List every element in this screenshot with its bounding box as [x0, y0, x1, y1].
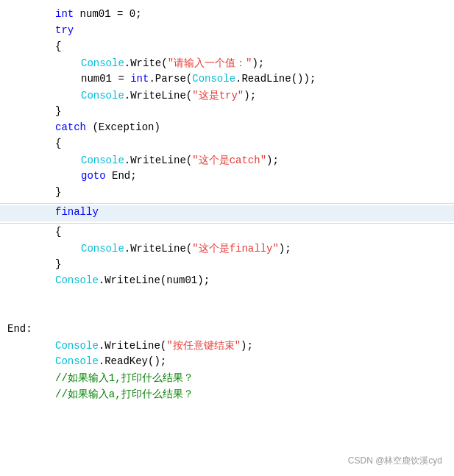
- code-line-end-label: End:: [0, 322, 454, 338]
- code-comment: //如果输入a,打印什么结果？: [55, 388, 194, 401]
- code-text: .Parse(: [149, 73, 192, 85]
- code-text: Console: [55, 355, 99, 367]
- code-text: num01 = 0;: [74, 8, 141, 20]
- code-text: End:: [7, 323, 32, 335]
- watermark: CSDN @林空鹿饮溪cyd: [348, 455, 442, 467]
- code-text: "这是try": [192, 89, 244, 102]
- code-line-blank2: [0, 306, 454, 322]
- code-text: .WriteLine(num01);: [99, 274, 210, 286]
- keyword-try: try: [55, 24, 74, 36]
- keyword-finally: finally: [55, 206, 99, 218]
- code-line-14: {: [0, 225, 454, 241]
- code-text: .WriteLine(: [124, 154, 192, 166]
- code-text: }: [55, 258, 61, 270]
- code-text: "这个是catch": [192, 154, 266, 167]
- code-line-2: try: [0, 24, 454, 40]
- code-line-7: }: [0, 104, 454, 121]
- code-text: num01 =: [81, 73, 130, 85]
- code-text: );: [244, 90, 256, 102]
- code-text: {: [55, 40, 61, 52]
- code-line-3: {: [0, 40, 454, 56]
- code-line-10: Console .WriteLine( "这个是catch" );: [0, 153, 454, 169]
- code-text: );: [279, 243, 291, 255]
- code-text: .ReadKey();: [99, 355, 166, 367]
- code-line-comment-2: //如果输入a,打印什么结果？: [0, 387, 454, 403]
- code-line-17: Console .WriteLine(num01);: [0, 274, 454, 290]
- keyword-int: int: [130, 73, 149, 85]
- code-text: Console: [81, 243, 124, 255]
- code-text: .Write(: [124, 57, 168, 69]
- code-text: .ReadLine());: [235, 73, 316, 85]
- code-text: "这个是finally": [192, 242, 279, 255]
- code-line-16: }: [0, 257, 454, 274]
- code-text: );: [241, 340, 253, 352]
- code-text: }: [55, 186, 61, 198]
- keyword-goto: goto: [81, 170, 106, 182]
- code-text: .WriteLine(: [99, 340, 166, 352]
- code-text: "按任意键结束": [166, 339, 241, 352]
- code-line-5: num01 = int .Parse( Console .ReadLine())…: [0, 72, 454, 88]
- code-line-4: Console .Write( "请输入一个值：" );: [0, 56, 454, 72]
- code-text: Console: [81, 57, 124, 69]
- code-text: Console: [81, 154, 124, 166]
- code-line-blank1: [0, 290, 454, 306]
- code-line-8: catch (Exception): [0, 121, 454, 137]
- code-container: int num01 = 0; try { Console .Write( "请输…: [0, 0, 454, 476]
- code-line-finally: finally: [0, 205, 454, 221]
- code-text: Console: [81, 90, 124, 102]
- code-text: Console: [55, 340, 99, 352]
- code-line-11: goto End;: [0, 169, 454, 185]
- code-line-6: Console .WriteLine( "这是try" );: [0, 88, 454, 104]
- code-text: }: [55, 105, 61, 117]
- code-text: End;: [106, 170, 137, 182]
- code-text: {: [55, 226, 61, 238]
- keyword-catch: catch: [55, 121, 86, 133]
- divider-finally-bottom: [0, 223, 454, 224]
- divider-finally: [0, 203, 454, 204]
- code-text: );: [252, 57, 264, 69]
- code-comment: //如果输入1,打印什么结果？: [55, 372, 194, 385]
- code-line-end-2: Console .ReadKey();: [0, 355, 454, 371]
- code-text: Console: [55, 274, 99, 286]
- keyword-int: int: [55, 8, 74, 20]
- code-text: .WriteLine(: [124, 90, 192, 102]
- code-line-9: {: [0, 137, 454, 153]
- code-text: .WriteLine(: [124, 243, 192, 255]
- code-text: Console: [192, 73, 235, 85]
- code-line-12: }: [0, 185, 454, 202]
- code-text: "请输入一个值：": [168, 57, 252, 70]
- code-text: (Exception): [86, 121, 160, 133]
- code-line-comment-1: //如果输入1,打印什么结果？: [0, 371, 454, 387]
- code-line-1: int num01 = 0;: [0, 7, 454, 24]
- code-line-15: Console .WriteLine( "这个是finally" );: [0, 241, 454, 257]
- code-text: {: [55, 138, 61, 149]
- code-text: );: [266, 154, 279, 166]
- code-line-end-1: Console .WriteLine( "按任意键结束" );: [0, 338, 454, 355]
